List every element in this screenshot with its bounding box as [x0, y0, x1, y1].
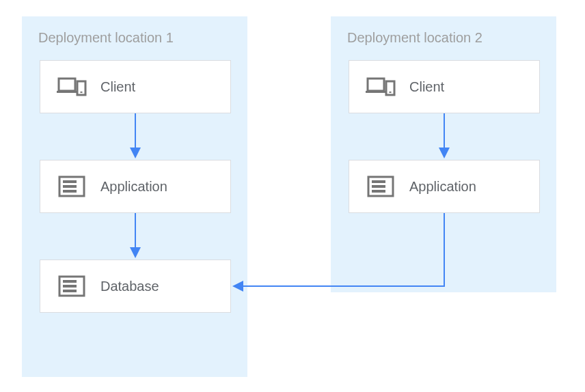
- svg-rect-13: [366, 91, 386, 93]
- node-client-1: Client: [40, 60, 231, 113]
- node-label: Client: [100, 79, 135, 95]
- node-label: Application: [409, 179, 476, 195]
- svg-rect-7: [63, 190, 77, 193]
- region-title-2: Deployment location 2: [347, 30, 540, 46]
- svg-rect-18: [372, 185, 385, 188]
- node-application-1: Application: [40, 160, 231, 213]
- svg-rect-10: [63, 285, 77, 288]
- region-title-1: Deployment location 1: [38, 30, 231, 46]
- server-icon: [366, 171, 396, 201]
- svg-rect-17: [372, 180, 385, 183]
- svg-rect-0: [59, 79, 75, 91]
- svg-rect-5: [63, 180, 77, 183]
- svg-rect-3: [81, 92, 83, 93]
- server-icon: [57, 271, 87, 301]
- server-icon: [57, 171, 87, 201]
- client-devices-icon: [57, 72, 87, 102]
- node-client-2: Client: [349, 60, 540, 113]
- node-label: Application: [100, 179, 167, 195]
- svg-rect-1: [57, 91, 77, 93]
- node-database: Database: [40, 260, 231, 313]
- svg-rect-12: [368, 79, 384, 91]
- svg-rect-19: [372, 190, 385, 193]
- svg-rect-9: [63, 280, 77, 283]
- deployment-region-2: Deployment location 2: [331, 16, 556, 292]
- svg-rect-11: [63, 290, 77, 292]
- node-label: Client: [409, 79, 444, 95]
- svg-rect-6: [63, 185, 77, 188]
- node-label: Database: [100, 279, 159, 294]
- client-devices-icon: [366, 72, 396, 102]
- node-application-2: Application: [349, 160, 540, 213]
- svg-rect-15: [390, 92, 392, 93]
